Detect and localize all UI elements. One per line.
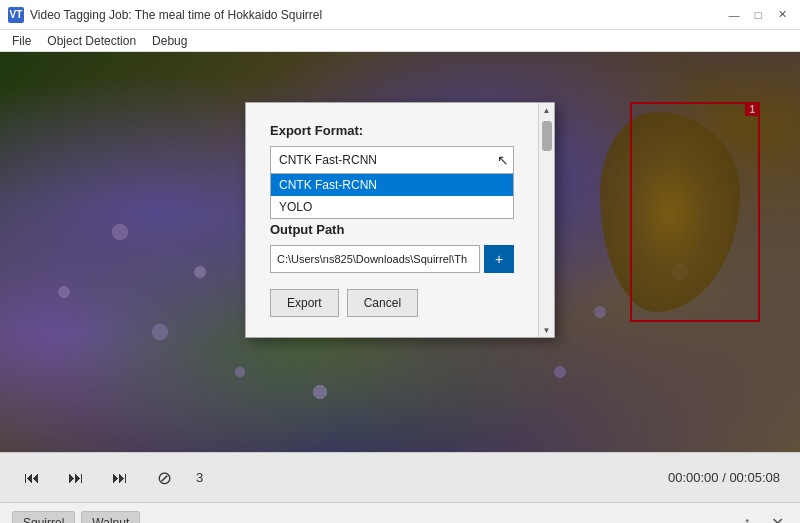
scroll-up-arrow[interactable]: ▲ xyxy=(540,103,554,117)
output-path-row: + xyxy=(270,245,514,273)
menu-file[interactable]: File xyxy=(4,30,39,51)
tag-bar: Squirrel Walnut ↑ ✕ xyxy=(0,502,800,523)
dropdown-selected-value[interactable]: CNTK Fast-RCNN ↖ xyxy=(270,146,514,174)
output-path-label: Output Path xyxy=(270,222,514,237)
tag-walnut[interactable]: Walnut xyxy=(81,511,140,523)
window-controls: — □ ✕ xyxy=(724,5,792,25)
pin-icon[interactable]: ✕ xyxy=(766,512,788,523)
export-dialog: ▲ ▼ Export Format: CNTK Fast-RCNN ↖ CNTK… xyxy=(245,102,555,338)
frame-count: 3 xyxy=(196,470,203,485)
tag-squirrel[interactable]: Squirrel xyxy=(12,511,75,523)
menu-debug[interactable]: Debug xyxy=(144,30,195,51)
export-format-dropdown[interactable]: CNTK Fast-RCNN ↖ CNTK Fast-RCNN YOLO xyxy=(270,146,514,174)
scroll-thumb[interactable] xyxy=(542,121,552,151)
close-button[interactable]: ✕ xyxy=(772,5,792,25)
title-bar: VT Video Tagging Job: The meal time of H… xyxy=(0,0,800,30)
fast-forward-button[interactable]: ⏭ xyxy=(64,466,88,490)
modal-content: Export Format: CNTK Fast-RCNN ↖ CNTK Fas… xyxy=(246,103,538,337)
dropdown-option-cntk[interactable]: CNTK Fast-RCNN xyxy=(271,174,513,196)
dropdown-option-yolo[interactable]: YOLO xyxy=(271,196,513,218)
menu-bar: File Object Detection Debug xyxy=(0,30,800,52)
rewind-button[interactable]: ⏮ xyxy=(20,466,44,490)
video-area: 1 ▲ ▼ Export Format: CNTK Fast-RCNN ↖ xyxy=(0,52,800,452)
playback-controls: ⏮ ⏭ ⏭ ⊘ 3 00:00:00 / 00:05:08 xyxy=(0,452,800,502)
plus-icon: + xyxy=(495,251,503,267)
tag-actions: ↑ ✕ xyxy=(736,512,788,523)
export-format-label: Export Format: xyxy=(270,123,514,138)
modal-overlay: ▲ ▼ Export Format: CNTK Fast-RCNN ↖ CNTK… xyxy=(0,52,800,452)
export-button[interactable]: Export xyxy=(270,289,339,317)
share-icon[interactable]: ↑ xyxy=(736,512,758,523)
cancel-tag-button[interactable]: ⊘ xyxy=(152,466,176,490)
modal-scrollbar[interactable]: ▲ ▼ xyxy=(538,103,554,337)
dialog-buttons: Export Cancel xyxy=(270,289,514,317)
cursor-icon: ↖ xyxy=(497,152,509,168)
menu-object-detection[interactable]: Object Detection xyxy=(39,30,144,51)
browse-folder-button[interactable]: + xyxy=(484,245,514,273)
maximize-button[interactable]: □ xyxy=(748,5,768,25)
output-path-input[interactable] xyxy=(270,245,480,273)
scroll-down-arrow[interactable]: ▼ xyxy=(540,323,554,337)
dropdown-list: CNTK Fast-RCNN YOLO xyxy=(270,174,514,219)
cancel-button[interactable]: Cancel xyxy=(347,289,418,317)
app-icon: VT xyxy=(8,7,24,23)
next-frame-button[interactable]: ⏭ xyxy=(108,466,132,490)
time-display: 00:00:00 / 00:05:08 xyxy=(668,470,780,485)
window-title: Video Tagging Job: The meal time of Hokk… xyxy=(30,8,724,22)
minimize-button[interactable]: — xyxy=(724,5,744,25)
